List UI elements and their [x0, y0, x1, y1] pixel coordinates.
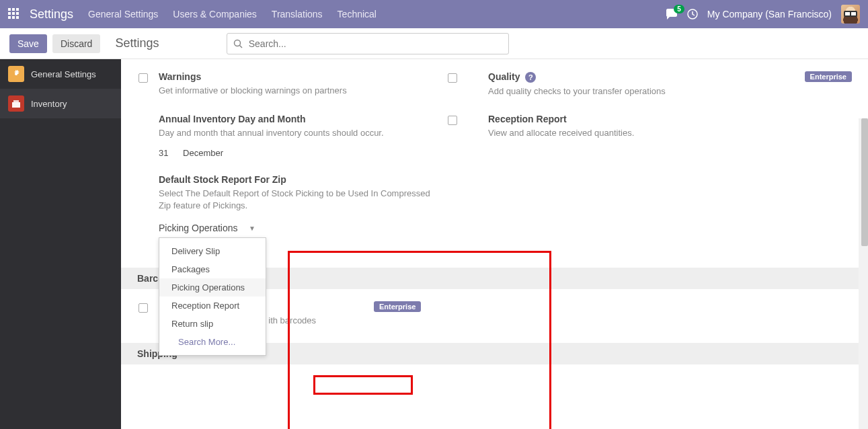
setting-annual-desc: Day and month that annual inventory coun…: [159, 127, 441, 139]
svg-line-2: [239, 45, 242, 48]
messages-button[interactable]: 5: [666, 9, 678, 20]
message-count-badge: 5: [674, 5, 684, 13]
quality-label: Quality: [488, 71, 520, 82]
svg-rect-4: [12, 102, 20, 108]
nav-technical[interactable]: Technical: [338, 9, 377, 20]
barcode-desc-end: ith barcodes: [268, 315, 316, 325]
control-bar: Save Discard Settings: [0, 28, 868, 59]
help-icon[interactable]: ?: [525, 72, 536, 83]
checkbox-reception[interactable]: [448, 116, 457, 125]
search-icon: [233, 39, 243, 48]
checkbox-quality[interactable]: [448, 73, 457, 83]
sidebar-item-label: Inventory: [31, 99, 67, 109]
enterprise-badge: Enterprise: [374, 301, 421, 312]
inventory-icon: [8, 95, 24, 112]
sidebar-item-label: General Settings: [31, 69, 96, 79]
sidebar: General Settings Inventory: [0, 59, 121, 429]
setting-reception-title: Reception Report: [488, 114, 852, 124]
sidebar-item-inventory[interactable]: Inventory: [0, 89, 121, 118]
activities-icon[interactable]: [687, 9, 698, 20]
setting-annual-title: Annual Inventory Day and Month: [159, 114, 441, 124]
setting-quality-title: Quality ?: [488, 71, 852, 83]
company-selector[interactable]: My Company (San Francisco): [707, 9, 832, 20]
top-nav: Settings General Settings Users & Compan…: [0, 0, 868, 28]
nav-users-companies[interactable]: Users & Companies: [173, 9, 257, 20]
setting-quality-desc: Add quality checks to your transfer oper…: [488, 85, 852, 98]
setting-reception-desc: View and allocate received quantities.: [488, 127, 852, 139]
annual-day[interactable]: 31: [159, 148, 168, 158]
discard-button[interactable]: Discard: [52, 34, 100, 53]
annual-values: 31 December: [159, 148, 441, 158]
search-wrap: [227, 33, 509, 54]
nav-translations[interactable]: Translations: [272, 9, 323, 20]
option-picking-operations[interactable]: Picking Operations: [159, 278, 266, 297]
option-return-slip[interactable]: Return slip: [159, 315, 266, 333]
nav-general-settings[interactable]: General Settings: [88, 9, 158, 20]
setting-zip-title: Default Stock Report For Zip: [159, 174, 441, 185]
checkbox-warnings[interactable]: [139, 73, 148, 83]
page-title: Settings: [115, 36, 159, 50]
svg-rect-5: [13, 100, 19, 102]
content-area: Warnings Get informative or blocking war…: [121, 59, 868, 429]
highlight-picking-option: [313, 375, 413, 395]
save-button[interactable]: Save: [9, 34, 47, 53]
zip-report-dropdown[interactable]: ▼ Delivery Slip Packages Picking Operati…: [159, 221, 255, 235]
option-reception-report[interactable]: Reception Report: [159, 297, 266, 315]
gear-icon: [8, 66, 24, 82]
search-input[interactable]: [227, 33, 509, 54]
zip-report-input[interactable]: [159, 223, 246, 233]
search-more-link[interactable]: Search More...: [159, 333, 266, 351]
dropdown-menu: Delivery Slip Packages Picking Operation…: [159, 237, 266, 356]
annual-month[interactable]: December: [183, 148, 223, 158]
svg-point-1: [234, 40, 240, 46]
user-avatar[interactable]: [841, 5, 860, 24]
sidebar-item-general-settings[interactable]: General Settings: [0, 59, 121, 89]
app-brand[interactable]: Settings: [30, 7, 73, 22]
caret-down-icon[interactable]: ▼: [249, 225, 255, 232]
apps-icon[interactable]: [8, 8, 20, 20]
setting-warnings-desc: Get informative or blocking warnings on …: [159, 85, 441, 97]
checkbox-barcode[interactable]: [139, 303, 148, 313]
option-packages[interactable]: Packages: [159, 260, 266, 278]
setting-warnings-title: Warnings: [159, 71, 441, 82]
enterprise-badge: Enterprise: [805, 71, 852, 82]
setting-zip-desc: Select The Default Report of Stock Picki…: [159, 188, 441, 212]
option-delivery-slip[interactable]: Delivery Slip: [159, 242, 266, 260]
